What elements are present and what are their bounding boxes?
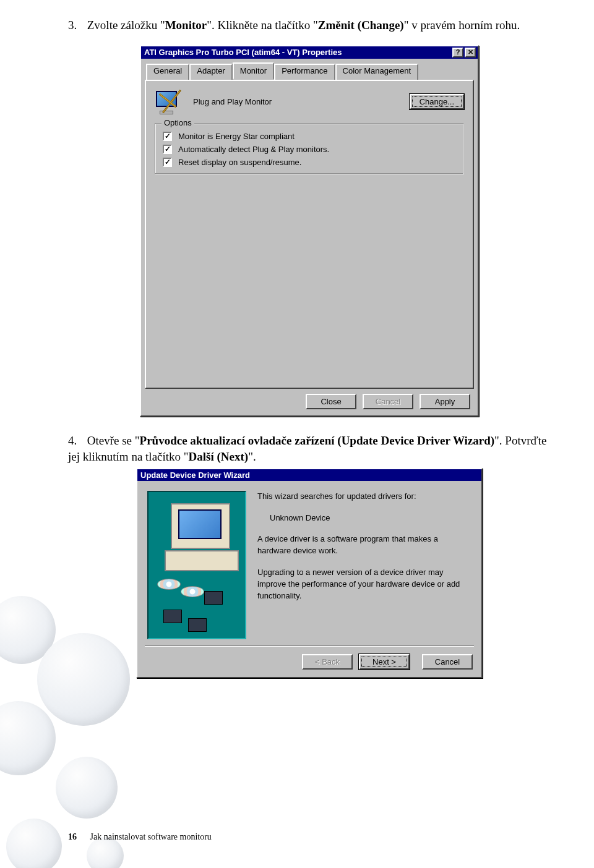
checkbox-autodetect-pnp[interactable]: ✓ [163, 145, 172, 154]
tab-general-label: General [153, 66, 182, 75]
wizard-button-row: < Back Next > Cancel [137, 647, 481, 677]
option-energy-star[interactable]: ✓ Monitor is Energy Star compliant [161, 130, 457, 143]
cancel-button[interactable]: Cancel [422, 654, 473, 670]
step-3-number: 3. [68, 17, 84, 34]
wizard-paragraph-2: A device driver is a software program th… [257, 534, 471, 557]
options-group: Options ✓ Monitor is Energy Star complia… [155, 123, 464, 174]
close-dialog-button[interactable]: Close [306, 394, 356, 409]
step-4-text-1: Otevře se " [87, 434, 140, 447]
change-button[interactable]: Change... [410, 94, 464, 109]
cancel-dialog-label: Cancel [376, 397, 400, 406]
close-dialog-label: Close [321, 397, 341, 406]
next-button[interactable]: Next > [359, 654, 410, 670]
checkbox-reset-suspend[interactable]: ✓ [163, 158, 172, 167]
properties-window: ATI Graphics Pro Turbo PCI (atim64 - VT)… [140, 45, 479, 417]
step-3-text-2: ". Klikněte na tlačítko " [207, 19, 318, 32]
tab-monitor[interactable]: Monitor [233, 62, 274, 80]
step-4: 4. Otevře se "Průvodce aktualizací ovlad… [68, 433, 551, 466]
option-energy-star-label: Monitor is Energy Star compliant [178, 132, 295, 141]
close-button[interactable]: ✕ [465, 48, 476, 57]
step-4-number: 4. [68, 433, 84, 449]
monitor-name-label: Plug and Play Monitor [193, 97, 398, 106]
step-4-bold-1: Průvodce aktualizací ovladače zařízení (… [140, 434, 495, 447]
options-group-legend: Options [161, 118, 194, 127]
step-3-text-1: Zvolte záložku " [87, 19, 165, 32]
wizard-intro: This wizard searches for updated drivers… [257, 491, 471, 503]
checkbox-energy-star[interactable]: ✓ [163, 132, 172, 141]
properties-button-row: Close Cancel Apply [145, 389, 474, 412]
wizard-paragraph-3: Upgrading to a newer version of a device… [257, 567, 471, 602]
tab-adapter-label: Adapter [197, 66, 225, 75]
tab-performance-label: Performance [282, 66, 327, 75]
wizard-text-area: This wizard searches for updated drivers… [257, 491, 471, 639]
option-reset-suspend[interactable]: ✓ Reset display on suspend/resume. [161, 156, 457, 169]
step-3-bold-2: Změnit (Change) [318, 19, 404, 32]
step-3-bold-1: Monitor [165, 19, 207, 32]
wizard-window: Update Device Driver Wizard This wizard … [136, 468, 483, 678]
help-icon: ? [456, 49, 460, 56]
step-3: 3. Zvolte záložku "Monitor". Klikněte na… [68, 17, 551, 34]
apply-dialog-label: Apply [435, 397, 455, 406]
tab-panel-monitor: Plug and Play Monitor Change... Options … [145, 80, 474, 389]
cancel-button-label: Cancel [435, 657, 460, 666]
tabs-row: General Adapter Monitor Performance Colo… [145, 62, 474, 80]
properties-titlebar[interactable]: ATI Graphics Pro Turbo PCI (atim64 - VT)… [141, 46, 478, 59]
checkmark-icon: ✓ [165, 132, 171, 140]
monitor-icon [155, 90, 182, 114]
checkmark-icon: ✓ [165, 145, 171, 153]
wizard-title: Update Device Driver Wizard [140, 470, 250, 480]
step-3-text-3: " v pravém horním rohu. [404, 19, 520, 32]
wizard-titlebar[interactable]: Update Device Driver Wizard [137, 469, 481, 481]
tab-color-management[interactable]: Color Management [335, 64, 419, 81]
back-button[interactable]: < Back [302, 654, 353, 670]
apply-dialog-button[interactable]: Apply [420, 394, 470, 409]
checkmark-icon: ✓ [165, 158, 171, 166]
next-button-label: Next > [372, 657, 396, 666]
wizard-device-name: Unknown Device [257, 513, 471, 524]
change-button-label: Change... [420, 97, 454, 106]
option-reset-suspend-label: Reset display on suspend/resume. [178, 158, 301, 167]
page-footer: 16 Jak nainstalovat software monitoru [68, 832, 212, 842]
step-4-text-3: ". [248, 450, 256, 463]
footer-section-title: Jak nainstalovat software monitoru [90, 832, 212, 841]
help-button[interactable]: ? [452, 48, 463, 57]
tab-monitor-label: Monitor [240, 66, 267, 75]
tab-general[interactable]: General [146, 64, 189, 81]
cancel-dialog-button[interactable]: Cancel [363, 394, 413, 409]
back-button-label: < Back [315, 657, 340, 666]
page-number: 16 [68, 832, 77, 841]
wizard-illustration [147, 491, 246, 639]
tab-color-management-label: Color Management [343, 66, 411, 75]
option-autodetect-pnp-label: Automatically detect Plug & Play monitor… [178, 145, 329, 154]
tab-adapter[interactable]: Adapter [189, 64, 233, 81]
step-4-bold-2: Další (Next) [189, 450, 249, 463]
close-icon: ✕ [468, 49, 473, 56]
tab-performance[interactable]: Performance [274, 64, 335, 81]
properties-title: ATI Graphics Pro Turbo PCI (atim64 - VT)… [144, 48, 342, 57]
option-autodetect-pnp[interactable]: ✓ Automatically detect Plug & Play monit… [161, 143, 457, 156]
